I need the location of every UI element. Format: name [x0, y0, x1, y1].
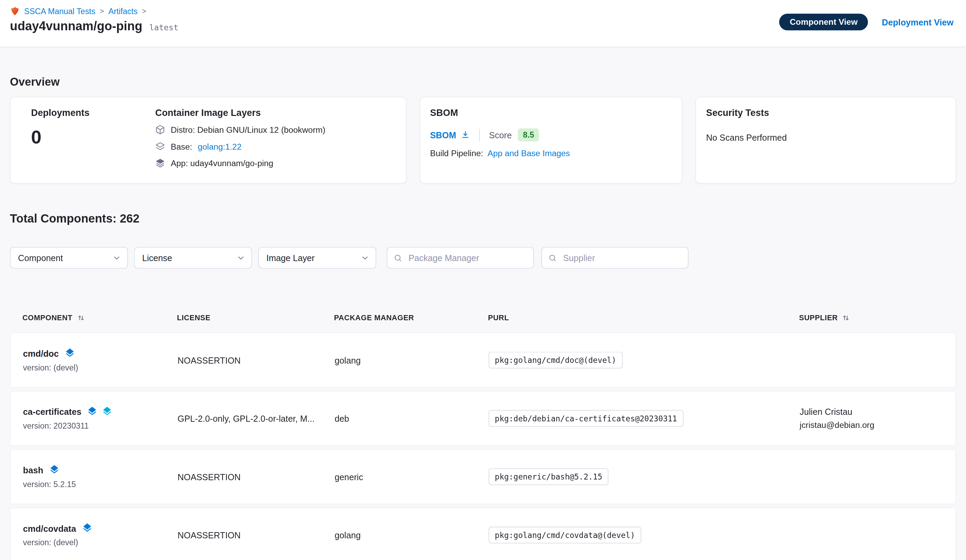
table-header-purl: PURL: [488, 313, 799, 322]
image-layer-filter-label: Image Layer: [266, 253, 315, 263]
layers-three-icon: [155, 158, 165, 168]
breadcrumb-link-ssca-manual-tests[interactable]: SSCA Manual Tests: [24, 7, 95, 16]
overview-cards: Deployments 0 Container Image Layers Dis…: [10, 97, 956, 183]
breadcrumb-separator: >: [100, 7, 104, 15]
header-left: SSCA Manual Tests > Artifacts > uday4vun…: [10, 0, 178, 33]
component-name: cmd/doc: [23, 349, 59, 359]
component-name: bash: [23, 465, 43, 475]
breadcrumb-separator: >: [142, 7, 146, 15]
component-version: version: (devel): [23, 363, 177, 372]
component-version: version: (devel): [23, 538, 177, 547]
package-manager-cell: golang: [335, 355, 488, 365]
sbom-download-label: SBOM: [430, 130, 456, 140]
search-icon: [548, 254, 562, 262]
deployment-view-link[interactable]: Deployment View: [882, 17, 954, 27]
title-row: uday4vunnam/go-ping latest: [10, 19, 178, 33]
build-pipeline-link[interactable]: App and Base Images: [488, 149, 570, 158]
layers-icon[interactable]: [82, 523, 92, 534]
sbom-row: SBOM Score 8.5: [430, 128, 672, 141]
main-content: Overview Deployments 0 Container Image L…: [0, 76, 966, 560]
component-cell: ca-certificates version: 20230311: [23, 406, 177, 430]
distro-text: Distro: Debian GNU/Linux 12 (bookworm): [171, 125, 325, 134]
component-layer-icons: [87, 406, 113, 417]
breadcrumb: SSCA Manual Tests > Artifacts >: [10, 6, 178, 16]
layers-icon[interactable]: [49, 465, 59, 475]
container-image-layers-section: Container Image Layers Distro: Debian GN…: [155, 107, 325, 173]
filters-bar: Component License Image Layer: [10, 247, 956, 269]
table-header-supplier[interactable]: SUPPLIER: [799, 313, 956, 322]
supplier-name: Julien Cristau: [800, 407, 956, 417]
base-image-row: Base: golang:1.22: [155, 141, 325, 151]
base-label: Base:: [171, 142, 192, 151]
package-manager-search-input[interactable]: [407, 252, 527, 263]
distro-row: Distro: Debian GNU/Linux 12 (bookworm): [155, 124, 325, 134]
table-row[interactable]: cmd/covdata version: (devel) NOASSERTION…: [10, 508, 956, 560]
purl-cell: pkg:deb/debian/ca-certificates@20230311: [488, 410, 800, 427]
purl-cell: pkg:golang/cmd/doc@(devel): [488, 352, 800, 369]
component-name: cmd/covdata: [23, 523, 76, 533]
package-manager-cell: generic: [335, 472, 488, 481]
deployments-count: 0: [31, 126, 155, 147]
license-filter-label: License: [142, 253, 172, 263]
table-body: cmd/doc version: (devel) NOASSERTION gol…: [10, 332, 956, 560]
table-row[interactable]: cmd/doc version: (devel) NOASSERTION gol…: [10, 332, 956, 388]
supplier-search-input[interactable]: [562, 252, 682, 263]
app-image-row: App: uday4vunnam/go-ping: [155, 158, 325, 168]
component-cell: bash version: 5.2.15: [23, 465, 177, 489]
page-header: SSCA Manual Tests > Artifacts > uday4vun…: [0, 0, 966, 46]
layers-icon[interactable]: [64, 348, 75, 359]
component-filter-dropdown[interactable]: Component: [10, 247, 128, 269]
total-components-heading: Total Components: 262: [10, 212, 956, 226]
layers-icon[interactable]: [87, 406, 98, 417]
license-filter-dropdown[interactable]: License: [134, 247, 252, 269]
component-layer-icons: [64, 348, 75, 359]
sbom-download-link[interactable]: SBOM: [430, 130, 470, 140]
breadcrumb-link-artifacts[interactable]: Artifacts: [108, 7, 138, 16]
deployments-label: Deployments: [31, 107, 155, 118]
package-manager-cell: deb: [335, 413, 488, 423]
package-manager-searchbox: [387, 247, 534, 269]
security-tests-status: No Scans Performed: [706, 133, 945, 143]
score-label: Score: [489, 130, 512, 140]
package-manager-cell: golang: [335, 530, 488, 540]
purl-chip: pkg:golang/cmd/covdata@(devel): [488, 527, 641, 544]
supplier-cell: Julien Cristau jcristau@debian.org: [800, 407, 956, 430]
table-header-component[interactable]: COMPONENT: [22, 313, 177, 322]
layers-icon[interactable]: [102, 406, 113, 417]
chevron-down-icon: [112, 254, 121, 262]
sort-icon: [842, 314, 850, 322]
table-row[interactable]: bash version: 5.2.15 NOASSERTION generic…: [10, 449, 956, 504]
table-header-license: LICENSE: [177, 313, 334, 322]
component-version: version: 5.2.15: [23, 480, 177, 489]
build-pipeline-row: Build Pipeline: App and Base Images: [430, 149, 672, 158]
cube-icon: [155, 124, 165, 134]
app-text: App: uday4vunnam/go-ping: [171, 159, 273, 168]
purl-chip: pkg:generic/bash@5.2.15: [488, 468, 608, 485]
table-row[interactable]: ca-certificates version: 20230311 GPL-2.…: [10, 391, 956, 446]
overview-heading: Overview: [10, 76, 956, 89]
license-cell: GPL-2.0-only, GPL-2.0-or-later, M...: [177, 413, 335, 423]
components-table: COMPONENT LICENSE PACKAGE MANAGER PURL S…: [10, 308, 956, 560]
component-layer-icons: [82, 523, 92, 534]
base-image-link[interactable]: golang:1.22: [197, 142, 242, 151]
layers-two-icon: [155, 141, 165, 151]
purl-cell: pkg:golang/cmd/covdata@(devel): [488, 527, 800, 544]
component-view-button[interactable]: Component View: [779, 14, 868, 31]
component-cell: cmd/covdata version: (devel): [23, 523, 177, 547]
security-tests-heading: Security Tests: [706, 107, 945, 118]
chevron-down-icon: [237, 254, 245, 262]
sbom-card: SBOM SBOM Score 8.5 Build Pipeline: App …: [420, 97, 683, 183]
table-header-row: COMPONENT LICENSE PACKAGE MANAGER PURL S…: [10, 308, 956, 327]
chevron-down-icon: [361, 254, 370, 262]
download-icon: [461, 130, 470, 140]
image-layer-filter-dropdown[interactable]: Image Layer: [258, 247, 376, 269]
table-header-package-manager: PACKAGE MANAGER: [334, 313, 488, 322]
build-pipeline-label: Build Pipeline:: [430, 149, 483, 158]
component-version: version: 20230311: [23, 421, 177, 431]
deployments-and-layers-card: Deployments 0 Container Image Layers Dis…: [10, 97, 407, 183]
harness-logo-icon: [10, 6, 20, 16]
purl-chip: pkg:golang/cmd/doc@(devel): [488, 352, 623, 369]
vertical-divider: [479, 129, 480, 141]
deployments-section: Deployments 0: [21, 107, 155, 173]
component-cell: cmd/doc version: (devel): [23, 348, 177, 372]
